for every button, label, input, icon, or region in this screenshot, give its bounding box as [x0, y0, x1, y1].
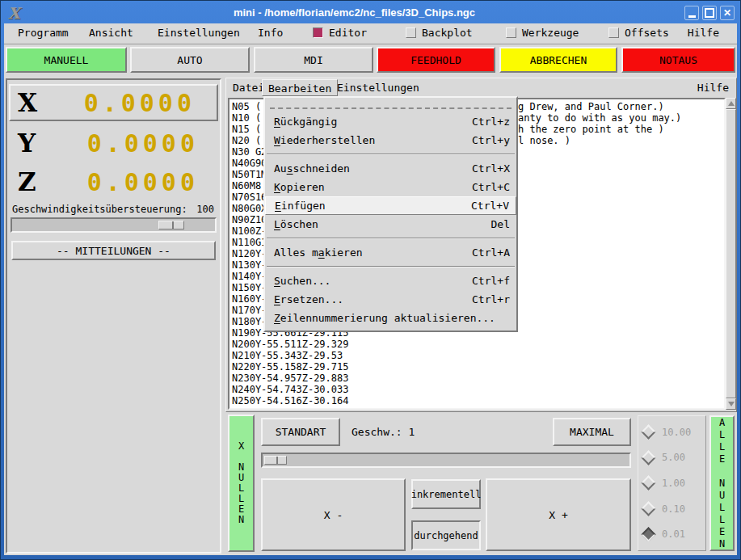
- menu-separator: [267, 238, 515, 239]
- slider-grip: [265, 457, 278, 464]
- jog-x-plus-button[interactable]: X +: [486, 478, 631, 551]
- minimize-icon: [688, 15, 696, 18]
- menu-hilfe[interactable]: Hilfe: [688, 27, 719, 39]
- menu-item-label: Zeilennummerierung aktualisieren...: [274, 312, 495, 324]
- menu-backplot-toggle[interactable]: Backplot: [406, 27, 473, 39]
- increment-option-0-10[interactable]: 0.10: [643, 503, 705, 515]
- mode-auto-button[interactable]: AUTO: [130, 47, 250, 73]
- menu-separator: [267, 266, 515, 267]
- close-icon: ✕: [723, 8, 731, 18]
- main-content: Programm Ansicht Einstellungen Info Edit…: [4, 23, 737, 555]
- jog-speed-slider-handle[interactable]: [264, 456, 287, 465]
- window-title: mini - /home/florian/emc2/nc_files/3D_Ch…: [24, 6, 684, 19]
- menu-separator: [267, 154, 515, 155]
- menu-item-delete[interactable]: Löschen Del: [265, 215, 516, 234]
- feed-override-slider[interactable]: [11, 217, 217, 233]
- feed-override-slider-handle[interactable]: [158, 221, 184, 229]
- jog-speed-slider[interactable]: [261, 453, 631, 468]
- menu-item-label: Ausschneiden: [274, 162, 350, 175]
- application-window: X mini - /home/florian/emc2/nc_files/3D_…: [0, 0, 741, 560]
- position-panel: X 0.0000 Y 0.0000 Z 0.0000 Geschwindigke…: [6, 78, 221, 554]
- menu-item-label: Ersetzen...: [274, 293, 343, 305]
- menu-item-paste[interactable]: Einfügen Ctrl+V: [265, 196, 516, 215]
- x-zero-button[interactable]: X N U L L E N: [228, 415, 255, 552]
- menu-item-select-all[interactable]: Alles makieren Ctrl+A: [265, 243, 516, 262]
- menu-item-shortcut: Ctrl+f: [472, 275, 510, 287]
- menu-einstellungen[interactable]: Einstellungen: [158, 27, 240, 39]
- editor-menu-hilfe[interactable]: Hilfe: [697, 82, 729, 94]
- menu-item-cut[interactable]: Ausschneiden Ctrl+X: [265, 159, 516, 178]
- menu-item-replace[interactable]: Ersetzen... Ctrl+r: [265, 290, 516, 309]
- radio-diamond-icon: [641, 450, 655, 465]
- edit-dropdown-menu: Rückgängig Ctrl+z Wiederherstellen Ctrl+…: [263, 96, 518, 332]
- down-arrow-icon: [728, 402, 735, 406]
- menu-item-label: Wiederherstellen: [274, 134, 375, 146]
- estop-button[interactable]: NOTAUS: [621, 47, 735, 73]
- maximal-speed-button[interactable]: MAXIMAL: [553, 418, 631, 446]
- jog-speed-label: Geschw.: 1: [352, 426, 415, 438]
- maximize-button[interactable]: [702, 6, 717, 20]
- window-frame: X mini - /home/florian/emc2/nc_files/3D_…: [1, 1, 740, 559]
- all-zero-button[interactable]: A L L E N U L L E N: [709, 415, 735, 551]
- editor-scrollbar[interactable]: [726, 98, 736, 410]
- gcode-line: N240Y-54.743Z-30.033: [229, 384, 724, 395]
- scrollbar-up-arrow[interactable]: [726, 98, 736, 109]
- menu-item-renumber[interactable]: Zeilennummerierung aktualisieren...: [265, 309, 516, 327]
- continuous-mode-button[interactable]: durchgehend: [411, 520, 481, 550]
- editor-menu-datei[interactable]: Datei: [233, 82, 264, 94]
- increment-option-0-01[interactable]: 0.01: [643, 528, 705, 540]
- menu-werkzeuge-label: Werkzeuge: [522, 27, 579, 39]
- menu-programm[interactable]: Programm: [18, 27, 69, 39]
- slider-grip: [159, 221, 174, 229]
- increment-option-5[interactable]: 5.00: [643, 452, 705, 463]
- scrollbar-thumb[interactable]: [726, 109, 736, 398]
- axis-z-value: 0.0000: [87, 168, 199, 196]
- close-button[interactable]: ✕: [720, 6, 735, 20]
- axis-x-letter: X: [18, 88, 37, 117]
- axis-row-y[interactable]: Y 0.0000: [11, 124, 220, 162]
- menu-item-shortcut: Del: [491, 218, 510, 230]
- menu-item-shortcut: Ctrl+r: [472, 293, 510, 305]
- feedhold-button[interactable]: FEEDHOLD: [377, 47, 495, 73]
- titlebar[interactable]: X mini - /home/florian/emc2/nc_files/3D_…: [3, 2, 738, 23]
- standard-speed-button[interactable]: STANDART: [261, 418, 340, 446]
- menu-editor-toggle[interactable]: Editor: [313, 27, 367, 39]
- menu-item-find[interactable]: Suchen... Ctrl+f: [265, 272, 516, 290]
- menu-info[interactable]: Info: [258, 27, 283, 39]
- editor-menu-einstellungen[interactable]: Einstellungen: [337, 82, 419, 94]
- editor-checkbox-icon: [313, 27, 323, 38]
- menu-item-copy[interactable]: Kopieren Ctrl+C: [265, 178, 516, 196]
- mode-manual-button[interactable]: MANUELL: [6, 47, 127, 73]
- messages-button[interactable]: -- MITTEILUNGEN --: [11, 241, 216, 260]
- minimize-button[interactable]: [684, 6, 699, 20]
- increment-option-1[interactable]: 1.00: [643, 478, 705, 489]
- menu-tearoff-handle[interactable]: [270, 103, 512, 109]
- menu-offsets-toggle[interactable]: Offsets: [608, 27, 669, 39]
- mode-mdi-button[interactable]: MDI: [254, 47, 373, 73]
- axis-z-letter: Z: [18, 167, 36, 196]
- scrollbar-down-arrow[interactable]: [726, 398, 736, 410]
- backplot-checkbox-icon: [406, 27, 416, 38]
- menu-werkzeuge-toggle[interactable]: Werkzeuge: [506, 27, 579, 39]
- incremental-mode-button[interactable]: inkrementell: [411, 479, 481, 509]
- radio-diamond-icon: [641, 501, 655, 516]
- menu-item-shortcut: Ctrl+y: [472, 134, 510, 146]
- menu-item-redo[interactable]: Wiederherstellen Ctrl+y: [265, 131, 516, 149]
- editor-menu-bearbeiten[interactable]: Bearbeiten: [262, 79, 338, 96]
- axis-row-x[interactable]: X 0.0000: [9, 84, 218, 121]
- menu-item-undo[interactable]: Rückgängig Ctrl+z: [265, 112, 516, 131]
- increment-option-10[interactable]: 10.00: [643, 427, 705, 438]
- gcode-line: N200Y-55.511Z-29.329: [229, 339, 724, 350]
- abort-button[interactable]: ABBRECHEN: [499, 47, 617, 73]
- radio-diamond-icon: [641, 425, 655, 440]
- feed-override-value: 100: [196, 204, 214, 215]
- menu-offsets-label: Offsets: [625, 27, 669, 39]
- axis-row-z[interactable]: Z 0.0000: [11, 163, 220, 200]
- increment-label: 5.00: [662, 452, 685, 463]
- menu-item-shortcut: Ctrl+X: [472, 162, 510, 175]
- menu-item-label: Einfügen: [275, 200, 326, 212]
- menu-ansicht[interactable]: Ansicht: [89, 27, 133, 39]
- jog-x-minus-button[interactable]: X -: [261, 478, 406, 551]
- radio-diamond-icon: [641, 527, 655, 541]
- axis-x-value: 0.0000: [84, 89, 196, 117]
